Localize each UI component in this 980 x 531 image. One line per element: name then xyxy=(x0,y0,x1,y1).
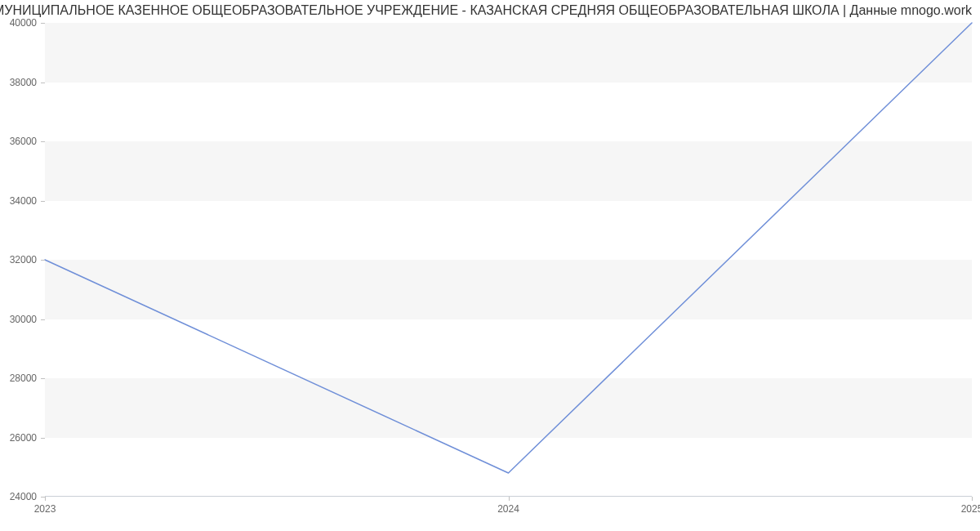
y-tick-mark xyxy=(41,201,45,202)
x-tick-mark xyxy=(509,497,510,501)
y-tick-mark xyxy=(41,83,45,83)
y-tick-label: 32000 xyxy=(10,254,37,266)
y-tick-label: 26000 xyxy=(10,432,37,444)
y-tick-mark xyxy=(41,260,45,261)
y-tick-label: 28000 xyxy=(10,373,37,384)
y-tick-label: 40000 xyxy=(10,17,37,29)
x-tick-label: 2025 xyxy=(961,503,980,515)
y-tick-mark xyxy=(41,319,45,320)
y-tick-label: 30000 xyxy=(10,314,37,325)
x-tick-mark xyxy=(45,497,46,501)
x-tick-mark xyxy=(972,497,973,501)
y-tick-mark xyxy=(41,141,45,142)
line-series xyxy=(45,23,972,497)
x-tick-label: 2024 xyxy=(497,503,519,515)
y-tick-mark xyxy=(41,378,45,379)
y-tick-label: 24000 xyxy=(10,491,37,502)
y-tick-label: 38000 xyxy=(10,77,37,88)
plot-area: 2400026000280003000032000340003600038000… xyxy=(45,23,972,497)
chart-container: ЗАРПЛАТА В МУНИЦИПАЛЬНОЕ КАЗЕННОЕ ОБЩЕОБ… xyxy=(0,0,980,531)
y-tick-label: 34000 xyxy=(10,195,37,207)
y-tick-mark xyxy=(41,23,45,24)
chart-title: ЗАРПЛАТА В МУНИЦИПАЛЬНОЕ КАЗЕННОЕ ОБЩЕОБ… xyxy=(0,3,972,18)
y-tick-label: 36000 xyxy=(10,136,37,147)
x-tick-label: 2023 xyxy=(34,503,56,515)
y-tick-mark xyxy=(41,438,45,439)
